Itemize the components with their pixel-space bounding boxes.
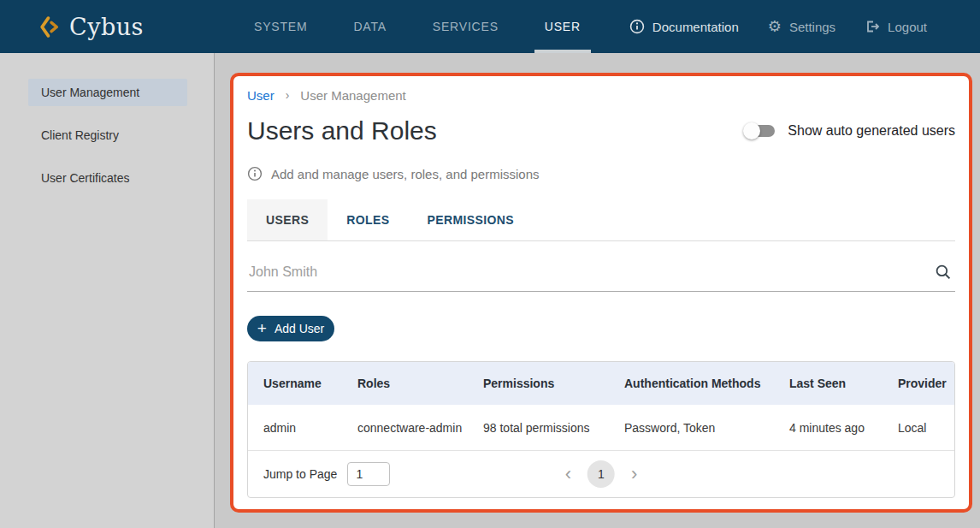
- info-circle-icon: [247, 166, 263, 181]
- nav-item-user[interactable]: USER: [534, 0, 591, 53]
- jump-to-page-input[interactable]: [347, 462, 390, 486]
- gear-icon: ⚙: [768, 19, 782, 34]
- cell-auth-methods: Password, Token: [624, 421, 789, 435]
- jump-to-page-label: Jump to Page: [263, 467, 337, 481]
- switch-knob: [743, 122, 760, 139]
- table-footer: Jump to Page ‹ 1 ›: [248, 451, 954, 497]
- nav-item-data[interactable]: DATA: [343, 0, 396, 53]
- tab-users[interactable]: USERS: [247, 199, 328, 240]
- main-content-highlighted: User › User Management Users and Roles S…: [230, 73, 972, 513]
- auto-generated-users-switch[interactable]: [743, 122, 777, 139]
- subtitle-row: Add and manage users, roles, and permiss…: [247, 165, 955, 182]
- app-window: Cybus SYSTEM DATA SERVICES USER: [0, 0, 980, 528]
- cell-roles: connectware-admin: [357, 421, 483, 435]
- column-header-provider: Provider: [898, 377, 954, 390]
- brand-logo[interactable]: Cybus: [39, 0, 144, 53]
- settings-button[interactable]: ⚙ Settings: [768, 19, 835, 34]
- title-row: Users and Roles Show auto generated user…: [247, 114, 955, 148]
- primary-nav: SYSTEM DATA SERVICES USER: [244, 0, 617, 53]
- breadcrumb: User › User Management: [247, 86, 955, 104]
- tab-permissions[interactable]: PERMISSIONS: [408, 199, 533, 240]
- page-title: Users and Roles: [247, 116, 437, 145]
- users-table: Username Roles Permissions Authenticatio…: [247, 361, 955, 498]
- column-header-auth-methods: Authentication Methods: [624, 377, 789, 390]
- sidebar-item-client-registry[interactable]: Client Registry: [28, 122, 187, 149]
- nav-item-services[interactable]: SERVICES: [422, 0, 509, 53]
- brand-name: Cybus: [69, 14, 144, 40]
- cybus-brackets-icon: [39, 15, 61, 39]
- top-navbar: Cybus SYSTEM DATA SERVICES USER: [0, 0, 980, 53]
- chevron-right-icon[interactable]: ›: [628, 465, 641, 484]
- cell-username: admin: [263, 421, 357, 435]
- search-bar: [247, 253, 955, 292]
- cell-permissions: 98 total permissions: [483, 421, 624, 435]
- pagination: ‹ 1 ›: [562, 460, 641, 488]
- navbar-actions: Documentation ⚙ Settings Logout: [629, 0, 927, 53]
- sidebar: User Management Client Registry User Cer…: [0, 53, 215, 528]
- table-row[interactable]: admin connectware-admin 98 total permiss…: [248, 405, 954, 451]
- plus-icon: +: [257, 320, 267, 336]
- content-tabs: USERS ROLES PERMISSIONS: [247, 199, 955, 241]
- table-header-row: Username Roles Permissions Authenticatio…: [248, 362, 954, 405]
- sidebar-item-user-certificates[interactable]: User Certificates: [28, 164, 187, 192]
- logout-icon: [865, 19, 880, 34]
- tab-roles[interactable]: ROLES: [328, 199, 408, 240]
- page-subtitle: Add and manage users, roles, and permiss…: [271, 167, 540, 181]
- logout-button[interactable]: Logout: [865, 19, 927, 34]
- app-body: User Management Client Registry User Cer…: [0, 53, 980, 528]
- cell-provider: Local: [898, 421, 954, 435]
- cell-last-seen: 4 minutes ago: [789, 421, 898, 435]
- column-header-permissions: Permissions: [483, 377, 624, 390]
- search-icon: [935, 264, 952, 281]
- column-header-username: Username: [263, 377, 357, 390]
- toggle-label: Show auto generated users: [788, 123, 955, 139]
- column-header-last-seen: Last Seen: [789, 377, 898, 390]
- breadcrumb-link-user[interactable]: User: [247, 88, 275, 103]
- search-input[interactable]: [247, 264, 931, 281]
- nav-item-system[interactable]: SYSTEM: [244, 0, 317, 53]
- page-number-button[interactable]: 1: [587, 460, 615, 488]
- search-button[interactable]: [931, 260, 955, 284]
- info-circle-icon: [629, 19, 645, 34]
- chevron-left-icon[interactable]: ‹: [562, 465, 575, 484]
- auto-generated-users-toggle-group: Show auto generated users: [743, 122, 955, 139]
- breadcrumb-current: User Management: [300, 88, 405, 103]
- column-header-roles: Roles: [357, 377, 483, 390]
- breadcrumb-separator-icon: ›: [286, 88, 290, 102]
- documentation-link[interactable]: Documentation: [629, 19, 739, 34]
- sidebar-item-user-management[interactable]: User Management: [28, 79, 187, 106]
- add-user-button[interactable]: + Add User: [247, 316, 334, 341]
